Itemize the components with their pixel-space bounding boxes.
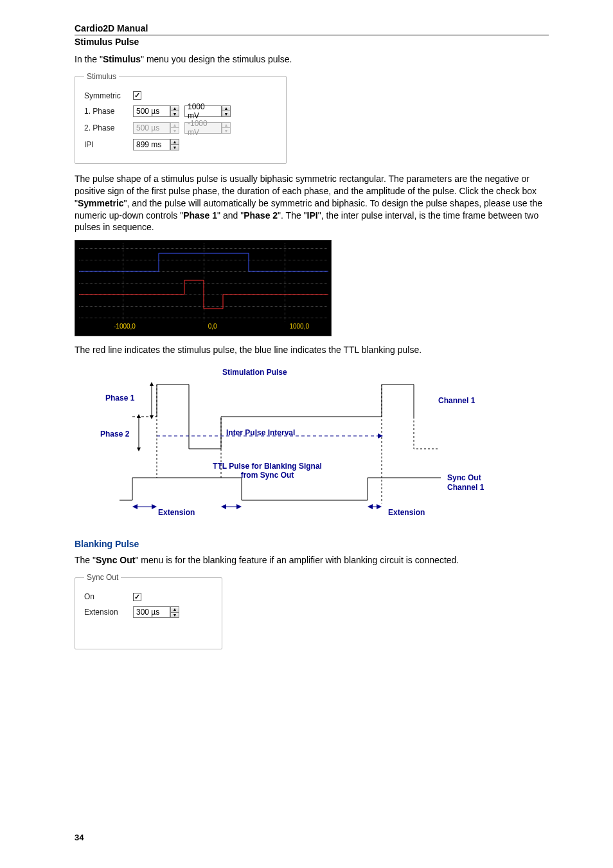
pulse-diagram: Stimulation Pulse Phase 1 Phase 2 Inter …	[75, 365, 524, 520]
diagram-title: Stimulation Pulse	[222, 368, 287, 377]
chevron-up-icon[interactable]: ▲	[170, 606, 179, 612]
chevron-down-icon[interactable]: ▼	[170, 144, 179, 150]
chevron-up-icon[interactable]: ▲	[170, 139, 179, 145]
row-phase2: 2. Phase 500 µs ▲▼ -1000 mV ▲▼	[84, 122, 277, 134]
chevron-down-icon: ▼	[170, 127, 179, 134]
svg-marker-18	[236, 504, 242, 509]
stimulus-intro: In the "Stimulus" menu you design the st…	[75, 53, 549, 66]
symmetric-checkbox[interactable]: ✓	[133, 91, 141, 100]
chevron-down-icon: ▼	[222, 127, 231, 134]
svg-marker-4	[137, 414, 141, 418]
svg-marker-20	[368, 504, 373, 509]
row-ipi: IPI 899 ms ▲▼	[84, 139, 277, 150]
diagram-ipi-label: Inter Pulse Interval	[226, 428, 295, 437]
svg-marker-17	[221, 504, 226, 509]
diagram-syncout-label: Sync Out Channel 1	[447, 473, 484, 492]
phase2-amp-stepper: -1000 mV ▲▼	[184, 122, 231, 134]
page-number: 34	[75, 833, 84, 842]
stimulus-legend: Stimulus	[84, 72, 119, 81]
ipi-stepper[interactable]: 899 ms ▲▼	[133, 139, 179, 150]
scope-ticks: -1000,0 0,0 1000,0	[75, 323, 331, 333]
stimulus-scope: -1000,0 0,0 1000,0	[75, 240, 332, 336]
diagram-phase1-label: Phase 1	[105, 393, 134, 402]
diagram-extension-left: Extension	[158, 508, 195, 517]
stimulus-paragraph: The pulse shape of a stimulus pulse is u…	[75, 173, 549, 233]
scope-caption: The red line indicates the stimulus puls…	[75, 344, 549, 356]
label-on: On	[84, 592, 133, 601]
row-phase1: 1. Phase 500 µs ▲▼ 1000 mV ▲▼	[84, 105, 277, 117]
diagram-phase2-label: Phase 2	[100, 429, 129, 439]
chevron-down-icon[interactable]: ▼	[222, 111, 231, 117]
diagram-ttl-label: TTL Pulse for Blanking Signal from Sync …	[209, 462, 325, 480]
label-phase2: 2. Phase	[84, 123, 133, 132]
syncout-groupbox: Sync Out On ✓ Extension 300 µs ▲▼	[75, 573, 222, 649]
chevron-down-icon[interactable]: ▼	[170, 111, 179, 117]
doc-title: Cardio2D Manual	[75, 23, 549, 33]
svg-marker-15	[152, 504, 157, 509]
extension-stepper[interactable]: 300 µs ▲▼	[133, 606, 179, 618]
syncout-on-checkbox[interactable]: ✓	[133, 593, 141, 601]
svg-marker-14	[132, 504, 138, 509]
svg-marker-1	[150, 382, 154, 386]
label-phase1: 1. Phase	[84, 107, 133, 116]
label-ipi: IPI	[84, 140, 133, 149]
chevron-up-icon: ▲	[222, 122, 231, 128]
svg-marker-2	[150, 415, 154, 419]
svg-marker-8	[378, 433, 383, 439]
svg-marker-21	[377, 504, 382, 509]
scope-traces	[75, 240, 331, 336]
chevron-down-icon[interactable]: ▼	[170, 612, 179, 619]
chevron-up-icon[interactable]: ▲	[222, 105, 231, 111]
stimulus-groupbox: Stimulus Symmetric ✓ 1. Phase 500 µs ▲▼ …	[75, 72, 287, 164]
chevron-up-icon: ▲	[170, 122, 179, 128]
label-extension: Extension	[84, 608, 133, 617]
stimulus-heading: Stimulus Pulse	[75, 37, 549, 47]
diagram-channel1-label: Channel 1	[438, 396, 475, 405]
phase1-amp-stepper[interactable]: 1000 mV ▲▼	[184, 105, 231, 117]
row-symmetric: Symmetric ✓	[84, 91, 277, 100]
blanking-paragraph: The "Sync Out" menu is for the blanking …	[75, 554, 549, 566]
label-symmetric: Symmetric	[84, 91, 133, 100]
title-rule	[75, 35, 549, 35]
chevron-up-icon[interactable]: ▲	[170, 105, 179, 111]
syncout-legend: Sync Out	[84, 573, 121, 582]
phase2-time-stepper: 500 µs ▲▼	[133, 122, 179, 134]
svg-marker-5	[137, 448, 141, 451]
diagram-extension-right: Extension	[388, 508, 425, 517]
phase1-time-stepper[interactable]: 500 µs ▲▼	[133, 105, 179, 117]
row-syncout-on: On ✓	[84, 592, 213, 601]
row-syncout-ext: Extension 300 µs ▲▼	[84, 606, 213, 618]
blanking-heading: Blanking Pulse	[75, 539, 549, 549]
